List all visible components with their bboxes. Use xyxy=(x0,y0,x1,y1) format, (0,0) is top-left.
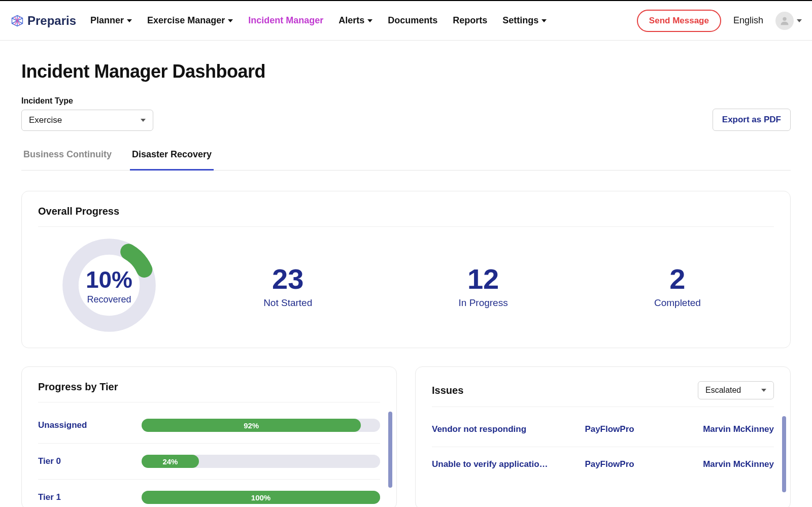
stat-label: Completed xyxy=(654,297,701,309)
issues-scroll[interactable]: Vendor not responding PayFlowPro Marvin … xyxy=(432,412,774,482)
chevron-down-icon xyxy=(367,19,373,22)
incident-type-select[interactable]: Exercise xyxy=(21,110,153,131)
nav-label: Exercise Manager xyxy=(147,15,225,26)
main-content: Incident Manager Dashboard Incident Type… xyxy=(0,41,812,507)
nav-exercise-manager[interactable]: Exercise Manager xyxy=(147,15,233,26)
nav-documents[interactable]: Documents xyxy=(388,15,437,26)
issue-app: PayFlowPro xyxy=(585,459,665,469)
tier-bar: 100% xyxy=(142,491,380,504)
tier-scroll[interactable]: Unassigned 92% Tier 0 24% xyxy=(38,408,380,507)
issue-row[interactable]: Vendor not responding PayFlowPro Marvin … xyxy=(432,412,774,447)
nav-label: Documents xyxy=(388,15,437,26)
stat-completed: 2 Completed xyxy=(654,262,701,309)
select-value: Escalated xyxy=(705,386,741,395)
filter-row: Incident Type Exercise Export as PDF xyxy=(21,96,791,131)
recovered-donut: 10% Recovered xyxy=(48,237,170,333)
nav-label: Reports xyxy=(453,15,487,26)
tier-row: Tier 0 24% xyxy=(38,444,380,480)
nav-label: Settings xyxy=(502,15,538,26)
nav-incident-manager[interactable]: Incident Manager xyxy=(248,15,323,26)
lower-row: Progress by Tier Unassigned 92% Tier 0 xyxy=(21,366,791,507)
scrollbar[interactable] xyxy=(388,412,392,488)
svg-point-0 xyxy=(783,17,786,20)
tier-name[interactable]: Unassigned xyxy=(38,420,129,430)
export-pdf-button[interactable]: Export as PDF xyxy=(713,109,791,131)
stat-label: In Progress xyxy=(459,297,508,309)
card-title: Overall Progress xyxy=(38,206,774,227)
issue-title: Unable to verify applicatio… xyxy=(432,459,577,469)
tier-list: Unassigned 92% Tier 0 24% xyxy=(38,402,380,507)
tier-pct: 92% xyxy=(244,421,259,430)
scrollbar[interactable] xyxy=(782,416,786,492)
stat-value: 12 xyxy=(459,262,508,295)
issue-owner: Marvin McKinney xyxy=(673,459,774,469)
progress-by-tier-card: Progress by Tier Unassigned 92% Tier 0 xyxy=(21,366,397,507)
chevron-down-icon xyxy=(797,19,802,22)
tier-name[interactable]: Tier 0 xyxy=(38,456,129,466)
chevron-down-icon xyxy=(127,19,132,22)
incident-type-label: Incident Type xyxy=(21,96,153,106)
issue-row[interactable]: Unable to verify applicatio… PayFlowPro … xyxy=(432,447,774,482)
tier-pct: 100% xyxy=(251,493,270,502)
tier-bar: 24% xyxy=(142,455,380,468)
nav-alerts[interactable]: Alerts xyxy=(339,15,373,26)
stat-in-progress: 12 In Progress xyxy=(459,262,508,309)
select-value: Exercise xyxy=(29,115,62,125)
top-bar: Preparis Planner Exercise Manager Incide… xyxy=(0,1,812,41)
overall-progress-card: Overall Progress 10% Recovered 23 xyxy=(21,191,791,348)
brand-name: Preparis xyxy=(27,14,76,28)
send-message-button[interactable]: Send Message xyxy=(637,10,721,32)
issue-app: PayFlowPro xyxy=(585,424,665,434)
nav-label: Planner xyxy=(90,15,124,26)
top-bar-right: Send Message English xyxy=(637,10,802,32)
tier-row: Unassigned 92% xyxy=(38,408,380,444)
stat-value: 2 xyxy=(654,262,701,295)
tier-pct: 24% xyxy=(162,457,178,466)
overall-stats: 23 Not Started 12 In Progress 2 Complete… xyxy=(170,262,774,309)
tier-bar-fill: 100% xyxy=(142,491,380,504)
chevron-down-icon xyxy=(761,389,766,392)
tab-disaster-recovery[interactable]: Disaster Recovery xyxy=(130,144,214,171)
tab-business-continuity[interactable]: Business Continuity xyxy=(21,144,114,171)
recovered-percent: 10% xyxy=(86,266,132,293)
tier-bar-fill: 92% xyxy=(142,419,361,432)
issues-list: Vendor not responding PayFlowPro Marvin … xyxy=(432,407,774,482)
language-selector[interactable]: English xyxy=(733,15,763,26)
tier-name[interactable]: Tier 1 xyxy=(38,492,129,502)
card-title: Issues xyxy=(432,385,463,396)
avatar-icon xyxy=(775,12,794,30)
tier-row: Tier 1 100% xyxy=(38,480,380,507)
issues-card: Issues Escalated Vendor not responding P… xyxy=(415,366,791,507)
nav-planner[interactable]: Planner xyxy=(90,15,132,26)
nav-settings[interactable]: Settings xyxy=(502,15,547,26)
tier-bar: 92% xyxy=(142,419,380,432)
tier-bar-fill: 24% xyxy=(142,455,199,468)
recovered-label: Recovered xyxy=(87,294,131,305)
incident-type-filter: Incident Type Exercise xyxy=(21,96,153,131)
logo-icon xyxy=(10,14,24,28)
stat-value: 23 xyxy=(263,262,312,295)
card-title: Progress by Tier xyxy=(38,381,380,402)
stat-not-started: 23 Not Started xyxy=(263,262,312,309)
stat-label: Not Started xyxy=(263,297,312,309)
nav-reports[interactable]: Reports xyxy=(453,15,487,26)
user-menu[interactable] xyxy=(775,12,802,30)
issue-title: Vendor not responding xyxy=(432,424,577,434)
chevron-down-icon xyxy=(542,19,547,22)
dashboard-tabs: Business Continuity Disaster Recovery xyxy=(21,144,791,171)
issue-owner: Marvin McKinney xyxy=(673,424,774,434)
brand-logo[interactable]: Preparis xyxy=(10,14,76,28)
chevron-down-icon xyxy=(228,19,233,22)
nav-label: Alerts xyxy=(339,15,364,26)
main-nav: Planner Exercise Manager Incident Manage… xyxy=(90,15,547,26)
issues-filter-select[interactable]: Escalated xyxy=(698,381,774,399)
page-title: Incident Manager Dashboard xyxy=(21,61,791,82)
nav-label: Incident Manager xyxy=(248,15,323,26)
chevron-down-icon xyxy=(141,119,146,122)
